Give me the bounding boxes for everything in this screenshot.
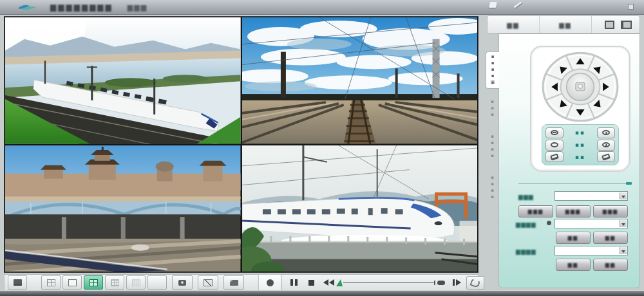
preset-button-2-label: ▆▆▆ — [565, 208, 581, 214]
focus-far-button[interactable] — [597, 140, 615, 151]
lens-open-icon — [551, 142, 558, 147]
grid-3x3-icon — [111, 279, 119, 286]
playback-slider[interactable] — [337, 279, 445, 286]
single-view-icon — [68, 279, 77, 286]
ptz-control-card: ▪▪ ▪▪ ▪▪ — [530, 46, 630, 172]
preset-button-3-label: ▆▆▆ — [603, 208, 618, 214]
app-menu-text: ▆▆▆ — [128, 3, 147, 12]
layout-16-button[interactable] — [126, 275, 146, 290]
preset-button-3[interactable]: ▆▆▆ — [593, 205, 628, 217]
dropdown-arrow-icon[interactable] — [620, 247, 627, 254]
lens-plus-icon — [602, 130, 610, 135]
slider-track[interactable] — [343, 282, 435, 283]
layout-4-button[interactable] — [41, 275, 61, 290]
track-button-2-label: ▆▆ — [605, 262, 616, 268]
camera-feed-1[interactable] — [5, 17, 241, 144]
screen-mode-button[interactable] — [8, 275, 27, 290]
target-icon — [178, 280, 186, 286]
field3-combobox[interactable] — [554, 246, 628, 255]
record-icon — [267, 279, 274, 286]
tab-1-label: ▆▆ — [507, 21, 519, 28]
camera-4-scene — [242, 145, 478, 272]
iris-label: ▪▪ — [575, 154, 585, 160]
pencil-icon[interactable] — [513, 1, 522, 8]
window-bottom-edge — [0, 290, 644, 296]
page-icon[interactable] — [489, 2, 497, 8]
stop-button[interactable] — [308, 280, 314, 286]
vertical-tab-2-label: ▪▪▪ — [490, 99, 495, 118]
iris-close-icon — [550, 153, 559, 160]
layout-4-active-button[interactable] — [84, 275, 103, 290]
lens-dot-icon — [602, 142, 610, 147]
camera-feed-2[interactable] — [242, 17, 478, 144]
app-title: ▆▆▆▆▆▆▆▆ — [50, 3, 113, 12]
field1-combobox[interactable] — [554, 191, 628, 201]
ptz-dpad[interactable] — [540, 50, 621, 124]
snapshot-button[interactable] — [223, 275, 244, 290]
cruise-button-2[interactable]: ▆▆ — [593, 232, 628, 244]
focus-near-button[interactable] — [545, 140, 564, 151]
field3-label: ▆▆▆▆ — [516, 248, 536, 255]
rewind-button[interactable] — [323, 279, 334, 286]
field2-label: ▆▆▆▆ — [516, 221, 536, 228]
camera-2-scene — [242, 17, 478, 144]
grid-2x2-icon — [47, 279, 55, 286]
vertical-tab-ptz[interactable]: ▪▪▪▪▣ — [486, 51, 499, 89]
track-button-2[interactable]: ▆▆ — [593, 259, 628, 271]
panel-dock-icon[interactable] — [621, 21, 632, 29]
focus-label: ▪▪ — [575, 142, 585, 148]
field2-combobox[interactable] — [554, 219, 628, 228]
zoom-out-button[interactable] — [545, 127, 564, 138]
preset-button-2[interactable]: ▆▆▆ — [556, 205, 591, 217]
record-button[interactable] — [258, 274, 281, 291]
camera-3-scene — [5, 145, 241, 272]
focus-control-row: ▪▪ — [545, 140, 615, 151]
vertical-tab-3-label: ▪▪▪▪ — [490, 134, 495, 160]
field1-label: ▆▆▆ — [518, 194, 534, 200]
vertical-tab-4-label: ▪▪▪▪ — [490, 175, 495, 201]
zoom-label: ▪▪ — [575, 129, 585, 136]
dropdown-arrow-icon[interactable] — [620, 192, 627, 199]
vertical-tab-3[interactable]: ▪▪▪▪ — [486, 129, 499, 165]
video-tour-button[interactable] — [198, 275, 218, 290]
layout-extra-button[interactable] — [147, 275, 167, 290]
vertical-tab-4[interactable]: ▪▪▪▪ — [486, 170, 499, 206]
fullscreen-button[interactable] — [172, 275, 193, 290]
panel-window-icon[interactable] — [605, 21, 614, 29]
camera-1-scene — [5, 17, 241, 144]
app-logo-icon — [17, 3, 40, 12]
camera-feed-4[interactable] — [242, 145, 478, 272]
slider-end-knob[interactable] — [437, 281, 445, 285]
dropdown-arrow-icon[interactable] — [620, 220, 627, 227]
slash-box-icon — [204, 279, 213, 286]
iris-close-button[interactable] — [545, 151, 564, 162]
step-forward-icon — [453, 279, 461, 286]
vertical-tab-2[interactable]: ▪▪▪ — [486, 94, 499, 124]
track-button-1[interactable]: ▆▆ — [556, 259, 591, 271]
stop-icon — [308, 280, 314, 286]
cruise-button-2-label: ▆▆ — [605, 235, 616, 241]
cruise-button-1-label: ▆▆ — [568, 235, 578, 241]
layout-9-button[interactable] — [105, 275, 124, 290]
preset-button-1[interactable]: ▆▆▆ — [518, 205, 553, 217]
tab-1[interactable]: ▆▆ — [488, 16, 540, 33]
control-panel: ▆▆ ▆▆ — [482, 15, 643, 292]
field2-dot-icon — [547, 221, 551, 225]
photo-icon — [230, 280, 238, 286]
vertical-tabbar: ▪▪▪▪▣ ▪▪▪ ▪▪▪▪ ▪▪▪▪ — [486, 51, 499, 211]
tab-2[interactable]: ▆▆ — [540, 16, 592, 33]
iris-open-button[interactable] — [597, 151, 615, 162]
step-forward-button[interactable] — [453, 279, 461, 286]
section-divider — [518, 183, 629, 184]
layout-1-button[interactable] — [62, 275, 82, 290]
window-control-icon[interactable] — [628, 4, 634, 10]
zoom-in-button[interactable] — [597, 127, 615, 138]
cruise-button-1[interactable]: ▆▆ — [556, 232, 591, 244]
grid-2x2-active-icon — [90, 279, 98, 286]
tab-2-label: ▆▆ — [559, 21, 571, 28]
video-grid — [4, 16, 478, 273]
titlebar: ▆▆▆▆▆▆▆▆ ▆▆▆ — [0, 0, 644, 15]
pause-button[interactable] — [290, 279, 298, 286]
camera-feed-3[interactable] — [5, 145, 241, 272]
pause-icon — [290, 279, 298, 286]
